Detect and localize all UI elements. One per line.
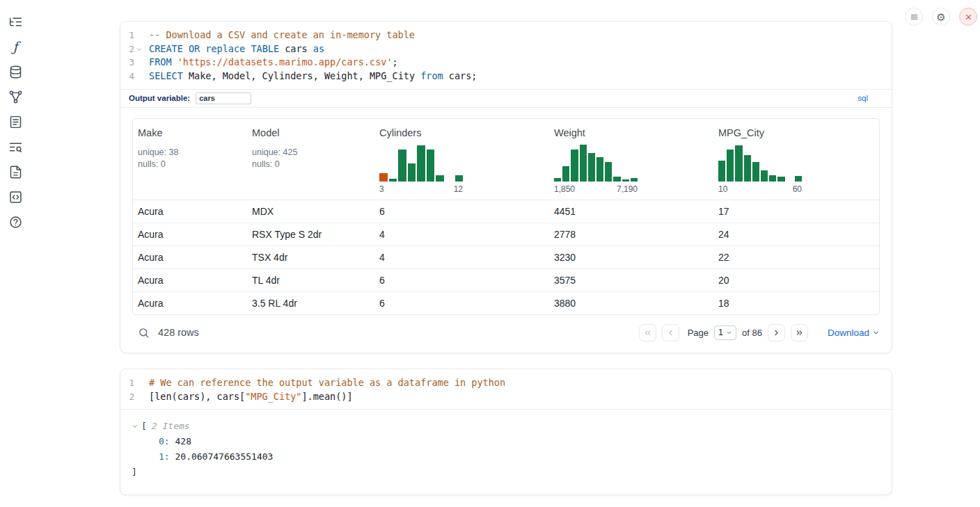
logs-icon[interactable] bbox=[6, 138, 24, 156]
column-title[interactable]: Make bbox=[138, 127, 242, 138]
table-cell: 22 bbox=[713, 252, 880, 263]
table-cell: Acura bbox=[133, 206, 247, 217]
histogram-bar[interactable] bbox=[613, 177, 620, 182]
python-code-editor[interactable]: 1# We can reference the output variable … bbox=[120, 369, 892, 409]
search-button[interactable] bbox=[138, 327, 150, 339]
histogram-bar[interactable] bbox=[761, 170, 768, 182]
chevron-down-icon bbox=[726, 330, 732, 336]
item-index: 0: bbox=[159, 436, 170, 446]
python-output: [ 2 Items 0: 4281: 20.060747663551403 ] bbox=[120, 409, 892, 489]
histogram-bar[interactable] bbox=[752, 162, 759, 182]
collapse-caret-icon[interactable] bbox=[132, 423, 140, 430]
table-body: AcuraMDX6445117AcuraRSX Type S 2dr427782… bbox=[133, 200, 879, 314]
table-cell: 4 bbox=[374, 229, 549, 240]
code-line: 4SELECT Make, Model, Cylinders, Weight, … bbox=[125, 70, 892, 83]
helper-sidebar: ƒ bbox=[0, 13, 31, 231]
scratchpad-icon[interactable] bbox=[6, 113, 24, 131]
function-icon: ƒ bbox=[13, 40, 17, 54]
page-label: Page bbox=[688, 328, 709, 338]
chevrons-right-icon bbox=[795, 328, 804, 337]
file-explorer-icon[interactable] bbox=[6, 13, 24, 31]
histogram-bar[interactable] bbox=[408, 163, 416, 182]
line-number: 2 bbox=[125, 390, 134, 404]
histogram-bar[interactable] bbox=[795, 176, 802, 182]
column-title[interactable]: Model bbox=[252, 127, 369, 138]
page-select[interactable]: 1 bbox=[714, 325, 736, 340]
histogram-max-label: 60 bbox=[793, 184, 802, 194]
column-title[interactable]: Cylinders bbox=[379, 127, 544, 138]
histogram-cylinders: 312 bbox=[379, 143, 463, 194]
table-cell: TSX 4dr bbox=[247, 252, 374, 263]
table-row[interactable]: AcuraTSX 4dr4323022 bbox=[133, 246, 879, 268]
table-cell: 6 bbox=[374, 206, 549, 217]
output-variable-input[interactable] bbox=[196, 92, 251, 104]
table-row[interactable]: AcuraMDX6445117 bbox=[133, 200, 879, 223]
table-footer: 428 rows Page 1 of 86 bbox=[132, 315, 880, 351]
histogram-bar[interactable] bbox=[580, 145, 587, 182]
table-cell: 4451 bbox=[549, 206, 713, 217]
histogram-bar[interactable] bbox=[389, 179, 397, 182]
topbar-actions: ⚙ bbox=[905, 8, 977, 26]
fold-gutter bbox=[134, 56, 144, 70]
column-header-mpg_city: MPG_City1060 bbox=[713, 119, 880, 200]
output-list-items: 0: 4281: 20.060747663551403 bbox=[132, 434, 883, 465]
fold-chevron-icon[interactable] bbox=[134, 42, 144, 56]
histogram-bar[interactable] bbox=[735, 145, 742, 182]
column-title[interactable]: Weight bbox=[554, 127, 708, 138]
column-title[interactable]: MPG_City bbox=[718, 127, 875, 138]
histogram-axis: 1,8507,190 bbox=[554, 184, 638, 194]
download-button[interactable]: Download bbox=[828, 328, 880, 338]
close-icon bbox=[964, 13, 973, 22]
row-count: 428 rows bbox=[158, 327, 199, 338]
histogram-min-label: 3 bbox=[379, 184, 384, 194]
data-sources-icon[interactable] bbox=[6, 63, 24, 81]
histogram-bar[interactable] bbox=[417, 145, 425, 182]
histogram-bar[interactable] bbox=[455, 175, 464, 182]
histogram-bar[interactable] bbox=[727, 150, 734, 182]
histogram-bar[interactable] bbox=[379, 173, 388, 182]
histogram-bar[interactable] bbox=[769, 175, 776, 182]
histogram-bar[interactable] bbox=[718, 161, 725, 182]
snippets-icon[interactable] bbox=[6, 188, 24, 206]
column-header-make: Makeunique: 38nulls: 0 bbox=[133, 119, 247, 200]
prev-page-button[interactable] bbox=[662, 324, 679, 341]
histogram-bar[interactable] bbox=[605, 162, 612, 182]
table-cell: 18 bbox=[713, 298, 880, 309]
table-row[interactable]: AcuraRSX Type S 2dr4277824 bbox=[133, 223, 879, 246]
variables-icon[interactable]: ƒ bbox=[6, 38, 24, 56]
histogram-bar[interactable] bbox=[562, 166, 569, 182]
histogram-bar[interactable] bbox=[427, 150, 435, 182]
download-label: Download bbox=[828, 328, 869, 338]
histogram-bar[interactable] bbox=[436, 175, 444, 182]
histogram-bar[interactable] bbox=[571, 150, 578, 182]
first-page-button[interactable] bbox=[639, 324, 656, 341]
table-cell: 6 bbox=[374, 275, 549, 286]
item-value: 428 bbox=[170, 436, 191, 446]
output-variable-bar: Output variable: sql bbox=[120, 89, 892, 108]
histogram-bar[interactable] bbox=[588, 153, 595, 182]
histogram-bar[interactable] bbox=[777, 177, 784, 182]
documentation-icon[interactable] bbox=[6, 163, 24, 181]
item-value: 20.060747663551403 bbox=[170, 451, 274, 462]
histogram-bar[interactable] bbox=[622, 179, 629, 182]
sql-code-editor[interactable]: 1-- Download a CSV and create an in-memo… bbox=[120, 22, 892, 89]
histogram-bar[interactable] bbox=[744, 155, 751, 182]
code-text: FROM 'https://datasets.marimo.app/cars.c… bbox=[144, 56, 398, 70]
dependency-graph-icon[interactable] bbox=[6, 88, 24, 106]
histogram-bar[interactable] bbox=[398, 150, 406, 182]
histogram-bar[interactable] bbox=[631, 178, 638, 182]
histogram-bar[interactable] bbox=[554, 178, 561, 182]
histogram-bar[interactable] bbox=[596, 157, 603, 182]
histogram-mpg_city: 1060 bbox=[718, 143, 802, 194]
shutdown-button[interactable] bbox=[959, 8, 977, 26]
menu-button[interactable] bbox=[905, 8, 923, 26]
next-page-button[interactable] bbox=[768, 324, 785, 341]
settings-button[interactable]: ⚙ bbox=[932, 8, 950, 26]
histogram-axis: 312 bbox=[379, 184, 463, 194]
help-icon[interactable] bbox=[6, 213, 24, 231]
table-cell: Acura bbox=[133, 275, 247, 286]
table-row[interactable]: AcuraTL 4dr6357520 bbox=[133, 268, 879, 291]
last-page-button[interactable] bbox=[791, 324, 808, 341]
table-row[interactable]: Acura3.5 RL 4dr6388018 bbox=[133, 291, 879, 314]
column-unique-stat: unique: 425 bbox=[252, 147, 369, 157]
